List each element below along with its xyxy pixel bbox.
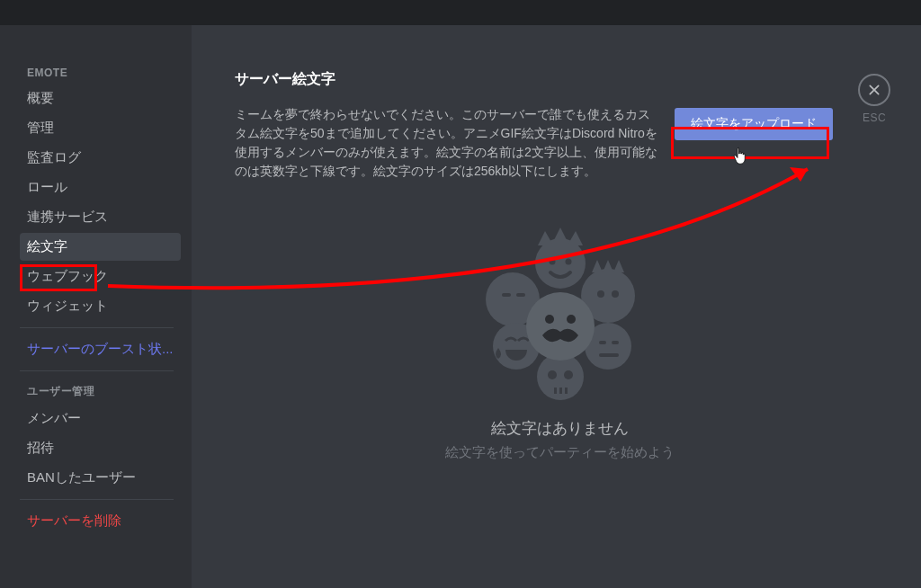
top-bar xyxy=(0,0,921,25)
svg-point-11 xyxy=(612,290,619,298)
svg-rect-12 xyxy=(599,341,606,344)
sidebar-item-emoji[interactable]: 絵文字 xyxy=(20,233,181,261)
empty-state-illustration xyxy=(448,226,673,405)
close-button[interactable] xyxy=(858,74,890,106)
svg-rect-14 xyxy=(599,353,619,357)
sidebar-item-overview[interactable]: 概要 xyxy=(20,85,181,112)
sidebar-item-bans[interactable]: BANしたユーザー xyxy=(20,464,181,492)
svg-rect-19 xyxy=(565,388,568,394)
page-description: ミームを夢で終わらせないでください。このサーバーで誰でも使えるカスタム絵文字を5… xyxy=(235,105,657,181)
sidebar-item-integrations[interactable]: 連携サービス xyxy=(20,203,181,231)
svg-rect-17 xyxy=(554,388,557,394)
close-wrap: ESC xyxy=(858,74,890,124)
sidebar-section-user-management: ユーザー管理 xyxy=(20,379,181,405)
close-icon xyxy=(867,83,881,97)
sidebar-divider xyxy=(20,370,174,371)
sidebar-item-webhooks[interactable]: ウェブフック xyxy=(20,263,181,290)
sidebar-item-roles[interactable]: ロール xyxy=(20,174,181,201)
sidebar-item-widget[interactable]: ウィジェット xyxy=(20,292,181,320)
svg-point-16 xyxy=(564,370,573,379)
upload-emoji-button[interactable]: 絵文字をアップロード xyxy=(675,108,833,140)
svg-point-15 xyxy=(548,370,557,379)
svg-point-22 xyxy=(567,315,576,324)
svg-rect-8 xyxy=(502,293,511,297)
sidebar-item-audit-log[interactable]: 監査ログ xyxy=(20,144,181,172)
empty-state-text: 絵文字はありません 絵文字を使ってパーティーを始めよう xyxy=(235,418,885,461)
sidebar-section-emote: EMOTE xyxy=(20,61,181,85)
sidebar-item-members[interactable]: メンバー xyxy=(20,405,181,432)
svg-point-6 xyxy=(549,259,555,265)
svg-point-7 xyxy=(565,259,571,265)
empty-state-title: 絵文字はありません xyxy=(235,418,885,439)
sidebar-item-moderation[interactable]: 管理 xyxy=(20,114,181,142)
svg-rect-13 xyxy=(612,341,619,344)
svg-rect-18 xyxy=(559,388,562,394)
sidebar-item-invites[interactable]: 招待 xyxy=(20,434,181,462)
sidebar-divider xyxy=(20,499,174,500)
sidebar-item-delete-server[interactable]: サーバーを削除 xyxy=(20,507,181,535)
settings-container: EMOTE 概要 管理 監査ログ ロール 連携サービス 絵文字 ウェブフック ウ… xyxy=(0,25,921,588)
settings-sidebar: EMOTE 概要 管理 監査ログ ロール 連携サービス 絵文字 ウェブフック ウ… xyxy=(0,25,192,588)
svg-point-20 xyxy=(526,292,595,361)
sidebar-divider xyxy=(20,327,174,328)
esc-label: ESC xyxy=(858,111,890,124)
svg-point-21 xyxy=(545,315,554,324)
svg-point-0 xyxy=(535,238,586,289)
empty-state-subtitle: 絵文字を使ってパーティーを始めよう xyxy=(235,444,885,461)
page-title: サーバー絵文字 xyxy=(235,70,885,89)
sidebar-item-server-boost[interactable]: サーバーのブースト状... xyxy=(20,335,181,363)
svg-rect-9 xyxy=(516,293,525,297)
svg-point-10 xyxy=(597,290,604,298)
